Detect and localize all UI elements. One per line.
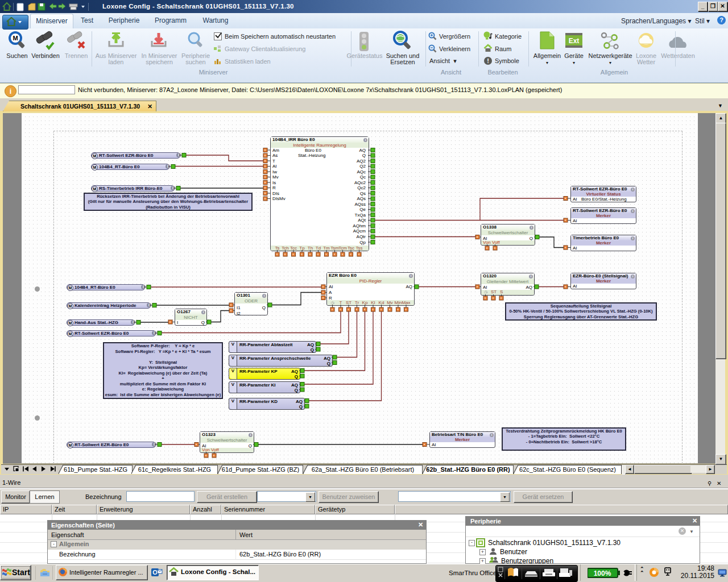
svg-text:O: O bbox=[152, 569, 158, 576]
svg-text:100%: 100% bbox=[594, 569, 611, 577]
